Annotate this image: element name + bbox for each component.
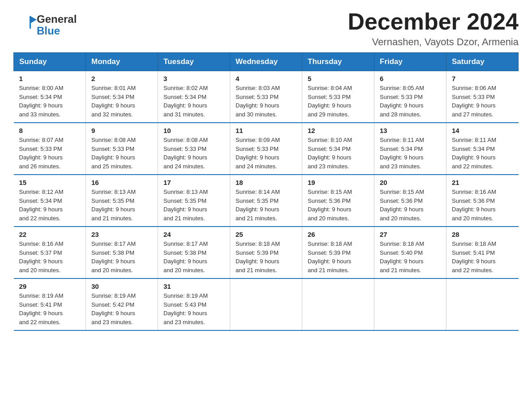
table-row: 17 Sunrise: 8:13 AM Sunset: 5:35 PM Dayl…: [158, 175, 230, 227]
table-row: 29 Sunrise: 8:19 AM Sunset: 5:41 PM Dayl…: [14, 278, 86, 330]
table-row: 4 Sunrise: 8:03 AM Sunset: 5:33 PM Dayli…: [230, 71, 302, 123]
table-row: 28 Sunrise: 8:18 AM Sunset: 5:41 PM Dayl…: [446, 227, 519, 278]
table-row: 19 Sunrise: 8:15 AM Sunset: 5:36 PM Dayl…: [302, 175, 374, 227]
logo: General Blue: [13, 9, 77, 37]
day-info: Sunrise: 8:05 AM Sunset: 5:33 PM Dayligh…: [380, 84, 441, 119]
day-info: Sunrise: 8:09 AM Sunset: 5:33 PM Dayligh…: [236, 136, 296, 171]
day-number: 28: [452, 231, 513, 238]
table-row: 27 Sunrise: 8:18 AM Sunset: 5:40 PM Dayl…: [374, 227, 446, 278]
table-row: 31 Sunrise: 8:19 AM Sunset: 5:43 PM Dayl…: [158, 278, 230, 330]
logo-icon: [13, 13, 37, 37]
day-number: 15: [19, 179, 81, 186]
day-number: 22: [19, 231, 81, 238]
table-row: 24 Sunrise: 8:17 AM Sunset: 5:38 PM Dayl…: [158, 227, 230, 278]
table-row: 12 Sunrise: 8:10 AM Sunset: 5:34 PM Dayl…: [302, 123, 374, 175]
logo-text-blue: Blue: [37, 25, 60, 37]
table-row: 26 Sunrise: 8:18 AM Sunset: 5:39 PM Dayl…: [302, 227, 374, 278]
day-info: Sunrise: 8:15 AM Sunset: 5:36 PM Dayligh…: [380, 188, 441, 223]
day-info: Sunrise: 8:01 AM Sunset: 5:34 PM Dayligh…: [91, 84, 152, 119]
day-number: 12: [308, 127, 369, 134]
day-info: Sunrise: 8:17 AM Sunset: 5:38 PM Dayligh…: [163, 240, 224, 274]
table-row: [374, 278, 446, 330]
day-number: 17: [163, 179, 224, 186]
table-row: 20 Sunrise: 8:15 AM Sunset: 5:36 PM Dayl…: [374, 175, 446, 227]
calendar-table: Sunday Monday Tuesday Wednesday Thursday…: [13, 52, 519, 331]
day-info: Sunrise: 8:19 AM Sunset: 5:42 PM Dayligh…: [91, 291, 152, 326]
day-number: 10: [163, 127, 224, 134]
table-row: 22 Sunrise: 8:16 AM Sunset: 5:37 PM Dayl…: [14, 227, 86, 278]
table-row: 23 Sunrise: 8:17 AM Sunset: 5:38 PM Dayl…: [86, 227, 158, 278]
day-info: Sunrise: 8:02 AM Sunset: 5:34 PM Dayligh…: [163, 84, 224, 119]
day-info: Sunrise: 8:16 AM Sunset: 5:37 PM Dayligh…: [19, 240, 81, 274]
table-row: 14 Sunrise: 8:11 AM Sunset: 5:34 PM Dayl…: [446, 123, 519, 175]
col-wednesday: Wednesday: [230, 53, 302, 71]
day-info: Sunrise: 8:17 AM Sunset: 5:38 PM Dayligh…: [91, 240, 152, 274]
day-info: Sunrise: 8:03 AM Sunset: 5:33 PM Dayligh…: [236, 84, 296, 119]
col-tuesday: Tuesday: [158, 53, 230, 71]
day-info: Sunrise: 8:18 AM Sunset: 5:39 PM Dayligh…: [236, 240, 296, 274]
day-number: 16: [91, 179, 152, 186]
day-info: Sunrise: 8:18 AM Sunset: 5:40 PM Dayligh…: [380, 240, 441, 274]
day-info: Sunrise: 8:12 AM Sunset: 5:34 PM Dayligh…: [19, 188, 81, 223]
day-info: Sunrise: 8:13 AM Sunset: 5:35 PM Dayligh…: [91, 188, 152, 223]
day-number: 21: [452, 179, 513, 186]
calendar-week-row: 29 Sunrise: 8:19 AM Sunset: 5:41 PM Dayl…: [14, 278, 519, 330]
day-number: 13: [380, 127, 441, 134]
day-number: 1: [19, 75, 81, 82]
table-row: 18 Sunrise: 8:14 AM Sunset: 5:35 PM Dayl…: [230, 175, 302, 227]
table-row: 30 Sunrise: 8:19 AM Sunset: 5:42 PM Dayl…: [86, 278, 158, 330]
day-info: Sunrise: 8:10 AM Sunset: 5:34 PM Dayligh…: [308, 136, 369, 171]
logo-text-general: General: [37, 13, 77, 25]
day-number: 2: [91, 75, 152, 82]
day-number: 31: [163, 283, 224, 290]
day-number: 25: [236, 231, 296, 238]
day-number: 20: [380, 179, 441, 186]
day-number: 9: [91, 127, 152, 134]
title-section: December 2024 Vernashen, Vayots Dzor, Ar…: [348, 9, 519, 48]
table-row: 21 Sunrise: 8:16 AM Sunset: 5:36 PM Dayl…: [446, 175, 519, 227]
table-row: 5 Sunrise: 8:04 AM Sunset: 5:33 PM Dayli…: [302, 71, 374, 123]
table-row: 13 Sunrise: 8:11 AM Sunset: 5:34 PM Dayl…: [374, 123, 446, 175]
day-number: 27: [380, 231, 441, 238]
day-info: Sunrise: 8:15 AM Sunset: 5:36 PM Dayligh…: [308, 188, 369, 223]
day-info: Sunrise: 8:11 AM Sunset: 5:34 PM Dayligh…: [380, 136, 441, 171]
day-info: Sunrise: 8:13 AM Sunset: 5:35 PM Dayligh…: [163, 188, 224, 223]
col-monday: Monday: [86, 53, 158, 71]
table-row: 25 Sunrise: 8:18 AM Sunset: 5:39 PM Dayl…: [230, 227, 302, 278]
day-info: Sunrise: 8:19 AM Sunset: 5:43 PM Dayligh…: [163, 291, 224, 326]
calendar-week-row: 15 Sunrise: 8:12 AM Sunset: 5:34 PM Dayl…: [14, 175, 519, 227]
day-info: Sunrise: 8:18 AM Sunset: 5:39 PM Dayligh…: [308, 240, 369, 274]
table-row: 7 Sunrise: 8:06 AM Sunset: 5:33 PM Dayli…: [446, 71, 519, 123]
table-row: 8 Sunrise: 8:07 AM Sunset: 5:33 PM Dayli…: [14, 123, 86, 175]
calendar-week-row: 8 Sunrise: 8:07 AM Sunset: 5:33 PM Dayli…: [14, 123, 519, 175]
month-year-title: December 2024: [348, 9, 519, 34]
table-row: [230, 278, 302, 330]
calendar-week-row: 1 Sunrise: 8:00 AM Sunset: 5:34 PM Dayli…: [14, 71, 519, 123]
day-number: 8: [19, 127, 81, 134]
day-number: 5: [308, 75, 369, 82]
table-row: 6 Sunrise: 8:05 AM Sunset: 5:33 PM Dayli…: [374, 71, 446, 123]
day-number: 18: [236, 179, 296, 186]
day-info: Sunrise: 8:08 AM Sunset: 5:33 PM Dayligh…: [163, 136, 224, 171]
table-row: 16 Sunrise: 8:13 AM Sunset: 5:35 PM Dayl…: [86, 175, 158, 227]
day-number: 6: [380, 75, 441, 82]
day-number: 7: [452, 75, 513, 82]
svg-rect-2: [30, 16, 31, 29]
day-number: 26: [308, 231, 369, 238]
day-number: 19: [308, 179, 369, 186]
day-info: Sunrise: 8:14 AM Sunset: 5:35 PM Dayligh…: [236, 188, 296, 223]
svg-rect-0: [13, 13, 37, 37]
day-info: Sunrise: 8:00 AM Sunset: 5:34 PM Dayligh…: [19, 84, 81, 119]
day-number: 29: [19, 283, 81, 290]
table-row: 15 Sunrise: 8:12 AM Sunset: 5:34 PM Dayl…: [14, 175, 86, 227]
calendar-week-row: 22 Sunrise: 8:16 AM Sunset: 5:37 PM Dayl…: [14, 227, 519, 278]
day-info: Sunrise: 8:19 AM Sunset: 5:41 PM Dayligh…: [19, 291, 81, 326]
day-info: Sunrise: 8:16 AM Sunset: 5:36 PM Dayligh…: [452, 188, 513, 223]
day-info: Sunrise: 8:04 AM Sunset: 5:33 PM Dayligh…: [308, 84, 369, 119]
location-subtitle: Vernashen, Vayots Dzor, Armenia: [348, 36, 519, 48]
table-row: [446, 278, 519, 330]
table-row: 9 Sunrise: 8:08 AM Sunset: 5:33 PM Dayli…: [86, 123, 158, 175]
col-sunday: Sunday: [14, 53, 86, 71]
table-row: 2 Sunrise: 8:01 AM Sunset: 5:34 PM Dayli…: [86, 71, 158, 123]
calendar-header-row: Sunday Monday Tuesday Wednesday Thursday…: [14, 53, 519, 71]
